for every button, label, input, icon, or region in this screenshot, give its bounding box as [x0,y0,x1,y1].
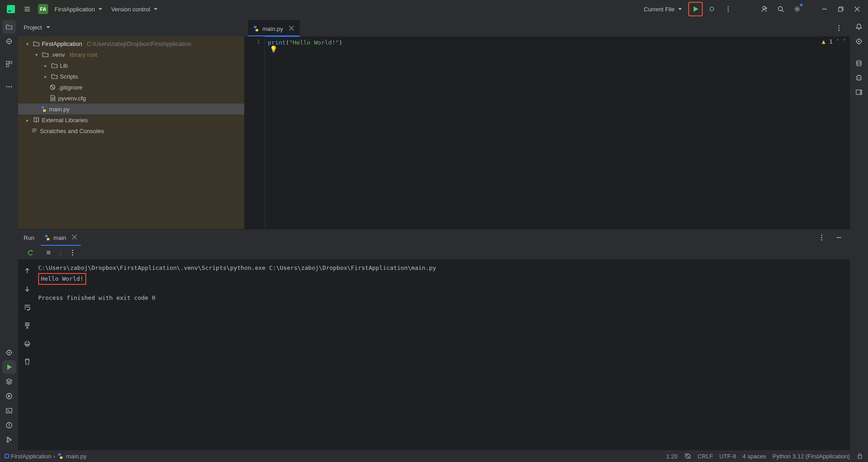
intention-bulb-icon[interactable]: 💡 [270,45,277,53]
code-token-str: "Hello World!" [289,39,339,46]
prev-highlight-icon[interactable]: ˄ [836,38,839,45]
interpreter-selector[interactable]: Python 3.12 (FirstApplication) [772,453,850,460]
project-tree[interactable]: ▾ FirstApplication C:\Users\zaboj\Dropbo… [18,36,244,229]
breadcrumb[interactable]: FirstApplication › main.py [5,452,87,460]
editor-body[interactable]: 1 print("Hello World!") 💡 ▲ 1 ˄ ˅ [244,36,850,229]
tree-main-py[interactable]: main.py [18,104,244,114]
run-panel-title: Run [24,234,35,241]
problems-toolwindow-button[interactable] [2,418,16,432]
tree-pyvenv[interactable]: pyvenv.cfg [18,93,244,104]
tree-root[interactable]: ▾ FirstApplication C:\Users\zaboj\Dropbo… [18,38,244,49]
structure-toolwindow-button[interactable] [2,57,16,71]
editor-tab-more-button[interactable] [832,21,846,35]
tree-gitignore[interactable]: .gitignore [18,82,244,93]
copilot-button[interactable] [852,71,866,84]
up-stack-button[interactable] [20,264,34,278]
tree-scripts[interactable]: ▸ Scripts [18,71,244,82]
main-menu-button[interactable] [20,2,35,16]
readonly-lock-icon[interactable] [856,452,863,460]
tree-label: main.py [49,106,70,113]
vcs-label: Version control [111,6,150,13]
pycharm-logo-icon[interactable] [4,2,18,16]
run-tab-main[interactable]: main [41,229,81,246]
libraries-icon [33,116,40,124]
editor-inspection-widget[interactable]: ▲ 1 ˄ ˅ [822,38,846,45]
tree-label: Lib [60,62,68,69]
module-icon [5,454,9,458]
tree-scratches[interactable]: Scratches and Consoles [18,125,244,136]
tree-lib[interactable]: ▸ Lib [18,60,244,71]
services-toolwindow-button[interactable] [2,389,16,403]
tree-path: C:\Users\zaboj\Dropbox\FirstApplication [87,40,191,47]
python-console-button[interactable] [2,375,16,388]
window-close-button[interactable] [850,2,864,16]
tree-label: FirstApplication [42,40,82,47]
database-toolwindow-button[interactable] [852,56,866,70]
notifications-button[interactable] [852,20,866,34]
more-run-button[interactable] [721,2,735,16]
scroll-to-end-button[interactable] [20,318,34,332]
search-everywhere-button[interactable] [774,2,788,16]
python-packages-button[interactable] [2,346,16,359]
chevron-down-icon[interactable]: ▾ [33,52,40,57]
debug-button[interactable] [705,2,719,16]
tree-ext-libs[interactable]: ▸ External Libraries [18,114,244,125]
console-line-cmd: C:\Users\zaboj\Dropbox\FirstApplication\… [38,263,850,273]
breadcrumb-root: FirstApplication [11,453,51,460]
code-token-fn: print [268,39,286,46]
run-panel-more-button[interactable] [814,230,829,245]
rerun-button[interactable] [24,246,37,259]
python-icon [40,105,47,113]
run-panel-hide-button[interactable] [832,230,846,245]
next-highlight-icon[interactable]: ˅ [843,38,846,45]
run-config-dropdown[interactable]: Current File [641,3,686,15]
project-panel-header: Project [18,18,244,36]
chevron-right-icon[interactable]: ▸ [42,74,49,79]
more-toolwindows-button[interactable] [2,80,16,94]
tree-label: .gitignore [58,84,82,91]
console-output[interactable]: C:\Users\zaboj\Dropbox\FirstApplication\… [36,259,850,368]
stop-button[interactable] [42,246,55,259]
commit-toolwindow-button[interactable] [2,35,16,48]
chevron-right-icon[interactable]: ▸ [24,118,31,123]
run-toolwindow-button[interactable] [2,360,16,374]
editor-tab-main[interactable]: main.py [248,20,300,36]
chevron-right-icon[interactable]: ▸ [42,63,49,68]
tree-venv[interactable]: ▾ .venv library root [18,49,244,60]
window-restore-button[interactable] [833,2,848,16]
tree-label: Scripts [60,73,78,80]
close-tab-icon[interactable] [71,233,78,242]
endpoints-button[interactable] [852,85,866,99]
ai-assistant-button[interactable] [852,35,866,48]
clear-all-button[interactable] [20,355,34,368]
window-minimize-button[interactable] [817,2,832,16]
close-tab-icon[interactable] [288,25,295,33]
tree-tag: library root [69,51,97,58]
highlighted-output: Hello World! [38,273,86,285]
run-tab-label: main [54,234,66,241]
down-stack-button[interactable] [20,282,34,296]
vcs-dropdown[interactable]: Version control [108,3,162,15]
scratches-icon [31,127,38,134]
file-encoding[interactable]: UTF-8 [720,453,736,460]
main-area: Project ▾ FirstApplication C:\Users\zabo… [0,18,868,450]
code-area[interactable]: print("Hello World!") 💡 ▲ 1 ˄ ˅ [265,36,850,229]
settings-button[interactable] [790,2,804,16]
project-dropdown[interactable]: FirstApplication [52,3,107,15]
print-button[interactable] [20,337,34,350]
line-separator[interactable]: CRLF [698,453,713,460]
readonly-toggle[interactable] [684,452,691,460]
run-toolbar-more-button[interactable] [66,246,79,259]
project-toolwindow-button[interactable] [2,20,16,34]
python-icon [252,25,260,32]
chevron-down-icon[interactable] [44,24,52,31]
terminal-toolwindow-button[interactable] [2,404,16,417]
soft-wrap-button[interactable] [20,300,34,314]
run-button[interactable] [688,2,703,16]
chevron-down-icon[interactable]: ▾ [24,41,31,46]
indent-setting[interactable]: 4 spaces [742,453,766,460]
vcs-toolwindow-button[interactable] [2,433,16,447]
project-name: FirstApplication [54,6,95,13]
code-with-me-button[interactable] [757,2,772,16]
caret-position[interactable]: 1:20 [666,453,677,460]
